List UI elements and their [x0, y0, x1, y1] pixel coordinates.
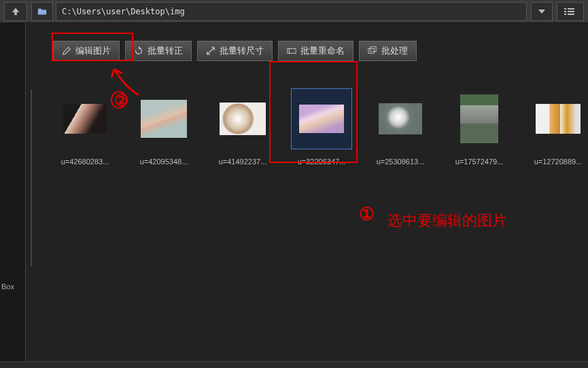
arrow-up-icon	[11, 7, 20, 16]
thumbnail-image	[299, 105, 344, 133]
rename-icon	[287, 46, 296, 56]
folder-indicator	[31, 2, 53, 21]
thumbnail-label: u=25308613...	[377, 158, 425, 166]
view-mode-button[interactable]	[557, 2, 584, 21]
edit-image-button[interactable]: 编辑图片	[53, 41, 120, 61]
annotation-step-1: ①	[359, 204, 375, 225]
svg-rect-8	[370, 47, 377, 52]
batch-rename-button[interactable]: 批量重命名	[278, 41, 353, 61]
thumbnail-label: u=42095348...	[140, 158, 188, 166]
batch-process-button[interactable]: 批处理	[359, 41, 417, 61]
pencil-icon	[62, 46, 71, 56]
batch-resize-label: 批量转尺寸	[220, 45, 264, 57]
path-dropdown-button[interactable]	[531, 2, 553, 21]
sidebar-divider	[31, 90, 32, 266]
thumbnail-label: u=42680283...	[61, 158, 109, 166]
thumbnail-item[interactable]: u=42095348...	[133, 88, 194, 166]
svg-rect-2	[564, 11, 566, 12]
thumbnail-item[interactable]: u=42680283...	[54, 88, 116, 166]
folder-icon	[37, 7, 47, 16]
thumbnail-item[interactable]: u=17572479...	[449, 88, 510, 166]
rotate-icon	[134, 46, 143, 56]
thumbnail-image	[379, 103, 422, 134]
batch-resize-button[interactable]: 批量转尺寸	[197, 41, 273, 61]
thumbnail-image	[63, 104, 107, 134]
thumbnail-label: u=12720889...	[534, 158, 583, 166]
thumbnail-row: u=42680283... u=42095348... u=41492237..…	[54, 88, 588, 166]
main-panel: 编辑图片 批量转正 批量转尺寸 批量重命名 批处理 u=42680283... …	[34, 23, 588, 368]
svg-rect-5	[568, 14, 574, 15]
sidebar	[0, 23, 26, 368]
thumbnail-item[interactable]: u=12720889...	[528, 88, 588, 166]
sidebar-label: Box	[1, 282, 14, 291]
path-field[interactable]: C:\Users\user\Desktop\img	[56, 2, 527, 21]
status-bar	[0, 361, 588, 368]
thumbnail-image	[460, 94, 498, 143]
edit-image-label: 编辑图片	[75, 45, 111, 57]
annotation-instruction: 选中要编辑的图片	[387, 210, 507, 231]
svg-rect-7	[368, 49, 375, 54]
svg-rect-6	[288, 49, 296, 54]
batch-icon	[368, 46, 377, 56]
toolbar: 编辑图片 批量转正 批量转尺寸 批量重命名 批处理	[53, 41, 588, 61]
batch-rotate-label: 批量转正	[148, 45, 183, 57]
address-bar: C:\Users\user\Desktop\img	[0, 0, 588, 23]
thumbnail-image	[220, 103, 266, 135]
resize-icon	[206, 46, 215, 56]
batch-rotate-button[interactable]: 批量转正	[125, 41, 192, 61]
batch-process-label: 批处理	[381, 45, 408, 57]
view-list-icon	[564, 7, 576, 16]
thumbnail-item-selected[interactable]: u=32206347...	[291, 88, 352, 166]
thumbnail-image	[536, 104, 581, 134]
svg-rect-4	[564, 14, 566, 15]
chevron-down-icon	[538, 10, 545, 14]
svg-rect-1	[568, 8, 574, 10]
svg-rect-0	[564, 8, 566, 10]
thumbnail-item[interactable]: u=41492237...	[212, 88, 273, 166]
thumbnail-label: u=32206347...	[298, 158, 346, 166]
svg-rect-3	[568, 11, 574, 12]
thumbnail-label: u=17572479...	[455, 158, 504, 166]
thumbnail-item[interactable]: u=25308613...	[370, 88, 431, 166]
up-button[interactable]	[4, 2, 27, 21]
thumbnail-label: u=41492237...	[219, 158, 267, 166]
annotation-circle-2	[111, 91, 127, 109]
batch-rename-label: 批量重命名	[300, 45, 345, 57]
thumbnail-image	[141, 100, 187, 138]
